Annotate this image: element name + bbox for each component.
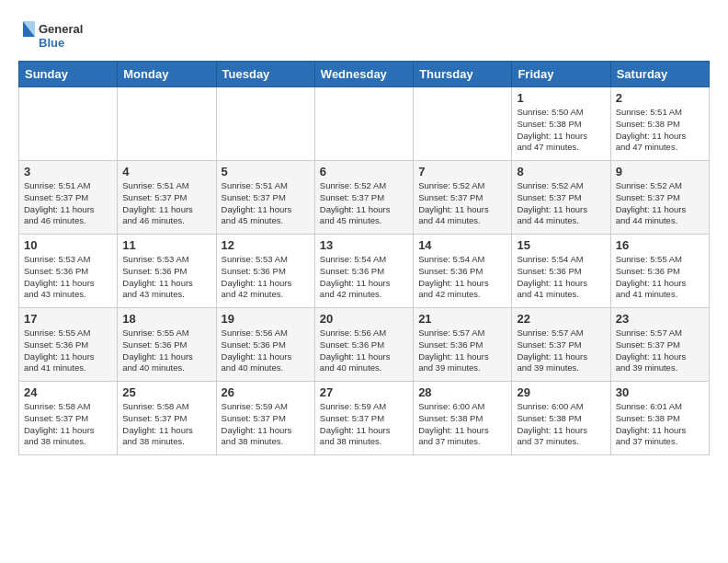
calendar-cell: 5Sunrise: 5:51 AMSunset: 5:37 PMDaylight… [216,161,314,235]
day-number: 19 [222,312,310,326]
day-number: 27 [320,385,408,399]
day-info: Sunrise: 5:56 AMSunset: 5:36 PMDaylight:… [320,327,408,374]
calendar-week-row: 10Sunrise: 5:53 AMSunset: 5:36 PMDayligh… [19,235,710,308]
day-info: Sunrise: 5:52 AMSunset: 5:37 PMDaylight:… [517,180,605,227]
calendar-cell: 12Sunrise: 5:53 AMSunset: 5:36 PMDayligh… [216,235,314,308]
day-number: 3 [24,165,112,178]
weekday-header-monday: Monday [118,62,216,87]
calendar-cell: 28Sunrise: 6:00 AMSunset: 5:38 PMDayligh… [414,382,512,455]
calendar-cell: 18Sunrise: 5:55 AMSunset: 5:36 PMDayligh… [118,308,216,382]
day-number: 18 [122,312,210,326]
calendar-cell: 24Sunrise: 5:58 AMSunset: 5:37 PMDayligh… [19,382,118,455]
weekday-header-thursday: Thursday [414,62,512,87]
day-info: Sunrise: 5:59 AMSunset: 5:37 PMDaylight:… [320,401,408,448]
calendar-cell: 30Sunrise: 6:01 AMSunset: 5:38 PMDayligh… [610,382,709,455]
day-number: 4 [122,165,210,178]
day-number: 7 [418,165,506,178]
day-info: Sunrise: 5:52 AMSunset: 5:37 PMDaylight:… [320,180,408,227]
weekday-header-sunday: Sunday [19,62,118,87]
day-number: 10 [24,238,112,252]
logo: General Blue [18,17,101,53]
day-number: 15 [517,238,605,252]
day-number: 26 [222,385,310,399]
day-info: Sunrise: 5:59 AMSunset: 5:37 PMDaylight:… [222,401,310,448]
day-info: Sunrise: 5:52 AMSunset: 5:37 PMDaylight:… [418,180,506,227]
day-info: Sunrise: 5:54 AMSunset: 5:36 PMDaylight:… [517,254,605,301]
page: General Blue SundayMondayTuesdayWednesda… [0,0,728,474]
calendar-cell: 9Sunrise: 5:52 AMSunset: 5:37 PMDaylight… [610,161,709,235]
calendar-cell: 19Sunrise: 5:56 AMSunset: 5:36 PMDayligh… [216,308,314,382]
calendar-week-row: 17Sunrise: 5:55 AMSunset: 5:36 PMDayligh… [19,308,710,382]
day-info: Sunrise: 5:52 AMSunset: 5:37 PMDaylight:… [616,180,704,227]
calendar-cell: 15Sunrise: 5:54 AMSunset: 5:36 PMDayligh… [512,235,610,308]
calendar-cell [118,87,216,161]
calendar-cell: 29Sunrise: 6:00 AMSunset: 5:38 PMDayligh… [512,382,610,455]
day-number: 30 [616,385,704,399]
day-number: 20 [320,312,408,326]
day-number: 14 [418,238,506,252]
day-number: 29 [517,385,605,399]
day-number: 11 [122,238,210,252]
day-info: Sunrise: 6:01 AMSunset: 5:38 PMDaylight:… [616,401,704,448]
weekday-header-wednesday: Wednesday [314,62,413,87]
day-number: 23 [616,312,704,326]
day-number: 12 [222,238,310,252]
day-info: Sunrise: 6:00 AMSunset: 5:38 PMDaylight:… [517,401,605,448]
calendar-cell: 27Sunrise: 5:59 AMSunset: 5:37 PMDayligh… [314,382,413,455]
logo-svg: General Blue [18,17,101,53]
calendar-table: SundayMondayTuesdayWednesdayThursdayFrid… [18,61,710,455]
day-info: Sunrise: 5:55 AMSunset: 5:36 PMDaylight:… [24,327,112,374]
day-info: Sunrise: 5:53 AMSunset: 5:36 PMDaylight:… [24,254,112,301]
day-info: Sunrise: 5:57 AMSunset: 5:37 PMDaylight:… [517,327,605,374]
calendar-cell: 20Sunrise: 5:56 AMSunset: 5:36 PMDayligh… [314,308,413,382]
day-number: 8 [517,165,605,178]
day-number: 24 [24,385,112,399]
day-number: 21 [418,312,506,326]
day-info: Sunrise: 5:51 AMSunset: 5:37 PMDaylight:… [122,180,210,227]
weekday-header-friday: Friday [512,62,610,87]
weekday-header-saturday: Saturday [610,62,709,87]
calendar-cell: 3Sunrise: 5:51 AMSunset: 5:37 PMDaylight… [19,161,118,235]
calendar-cell: 8Sunrise: 5:52 AMSunset: 5:37 PMDaylight… [512,161,610,235]
weekday-header-row: SundayMondayTuesdayWednesdayThursdayFrid… [19,62,710,87]
day-number: 2 [616,91,704,105]
day-info: Sunrise: 5:54 AMSunset: 5:36 PMDaylight:… [320,254,408,301]
day-number: 1 [517,91,605,105]
calendar-week-row: 3Sunrise: 5:51 AMSunset: 5:37 PMDaylight… [19,161,710,235]
day-number: 16 [616,238,704,252]
day-info: Sunrise: 5:55 AMSunset: 5:36 PMDaylight:… [122,327,210,374]
weekday-header-tuesday: Tuesday [216,62,314,87]
day-number: 28 [418,385,506,399]
calendar-cell: 21Sunrise: 5:57 AMSunset: 5:36 PMDayligh… [414,308,512,382]
svg-text:General: General [39,22,83,36]
calendar-week-row: 24Sunrise: 5:58 AMSunset: 5:37 PMDayligh… [19,382,710,455]
day-number: 5 [222,165,310,178]
calendar-cell: 6Sunrise: 5:52 AMSunset: 5:37 PMDaylight… [314,161,413,235]
day-number: 9 [616,165,704,178]
calendar-cell [314,87,413,161]
calendar-cell: 10Sunrise: 5:53 AMSunset: 5:36 PMDayligh… [19,235,118,308]
day-info: Sunrise: 5:57 AMSunset: 5:36 PMDaylight:… [418,327,506,374]
day-number: 17 [24,312,112,326]
header: General Blue [18,9,710,53]
day-info: Sunrise: 5:54 AMSunset: 5:36 PMDaylight:… [418,254,506,301]
calendar-cell: 16Sunrise: 5:55 AMSunset: 5:36 PMDayligh… [610,235,709,308]
day-info: Sunrise: 5:50 AMSunset: 5:38 PMDaylight:… [517,107,605,154]
calendar-cell: 13Sunrise: 5:54 AMSunset: 5:36 PMDayligh… [314,235,413,308]
day-info: Sunrise: 5:51 AMSunset: 5:38 PMDaylight:… [616,107,704,154]
calendar-cell: 23Sunrise: 5:57 AMSunset: 5:37 PMDayligh… [610,308,709,382]
day-number: 22 [517,312,605,326]
calendar-cell [19,87,118,161]
svg-text:Blue: Blue [39,36,64,50]
calendar-cell: 1Sunrise: 5:50 AMSunset: 5:38 PMDaylight… [512,87,610,161]
calendar-cell [216,87,314,161]
day-number: 25 [122,385,210,399]
calendar-cell: 22Sunrise: 5:57 AMSunset: 5:37 PMDayligh… [512,308,610,382]
calendar-cell: 2Sunrise: 5:51 AMSunset: 5:38 PMDaylight… [610,87,709,161]
day-number: 6 [320,165,408,178]
day-info: Sunrise: 5:58 AMSunset: 5:37 PMDaylight:… [122,401,210,448]
calendar-cell: 4Sunrise: 5:51 AMSunset: 5:37 PMDaylight… [118,161,216,235]
calendar-cell: 7Sunrise: 5:52 AMSunset: 5:37 PMDaylight… [414,161,512,235]
calendar-cell: 25Sunrise: 5:58 AMSunset: 5:37 PMDayligh… [118,382,216,455]
calendar-cell: 14Sunrise: 5:54 AMSunset: 5:36 PMDayligh… [414,235,512,308]
